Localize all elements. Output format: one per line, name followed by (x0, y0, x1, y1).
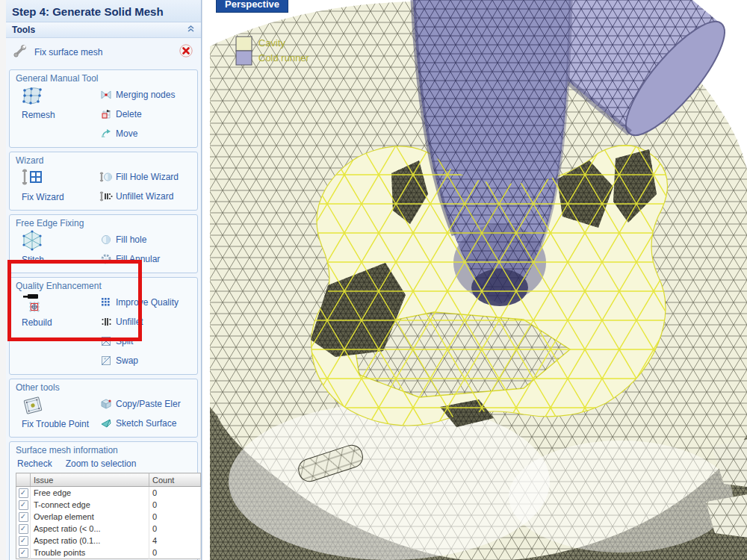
view-mode-banner: Perspective (216, 0, 288, 13)
tools-header-label: Tools (12, 25, 35, 35)
recheck-link[interactable]: Recheck (17, 458, 52, 469)
merging-nodes-icon (99, 89, 113, 101)
delete-button[interactable]: Delete (99, 105, 194, 124)
table-row[interactable]: ✓ Overlap element 0 (16, 511, 201, 523)
table-row[interactable]: ✓ Aspect ratio (< 0... 0 (16, 523, 201, 535)
row-checkbox[interactable]: ✓ (19, 488, 28, 498)
table-row[interactable]: ✓ T-connect edge 0 (16, 499, 201, 511)
highlight-box (7, 260, 142, 341)
fix-trouble-point-icon (22, 394, 44, 420)
fix-surface-mesh-label: Fix surface mesh (34, 47, 179, 57)
step-panel: Step 4: Generate Solid Mesh Tools Fix su… (6, 0, 202, 560)
group-title: Free Edge Fixing (16, 218, 194, 228)
fix-wizard-label: Fix Wizard (22, 192, 99, 202)
fix-wizard-icon (22, 167, 44, 190)
fix-trouble-point-label: Fix Trouble Point (22, 419, 99, 429)
3d-viewport[interactable]: Perspective Cavity Cold runner (202, 0, 747, 560)
copy-paste-element-button[interactable]: Copy/Paste Eler (99, 394, 194, 414)
swap-button[interactable]: Swap (99, 351, 194, 370)
row-checkbox[interactable]: ✓ (19, 500, 28, 510)
wrench-icon (13, 44, 27, 60)
unfillet-wizard-button[interactable]: Unfillet Wizard (99, 187, 194, 206)
mesh-canvas[interactable] (210, 0, 747, 560)
group-general-manual-tool: General Manual Tool Remesh (9, 69, 198, 148)
table-row[interactable]: ✓ Free edge 0 (16, 487, 201, 500)
legend-label-cold-runner: Cold runner (258, 51, 309, 66)
table-row[interactable]: ✓ Trouble points 0 (16, 547, 201, 559)
stitch-icon (22, 230, 43, 254)
collapse-chevron-icon[interactable] (187, 25, 195, 35)
remesh-button[interactable]: Remesh (14, 85, 99, 143)
tools-section-header[interactable]: Tools (6, 22, 201, 38)
move-icon (99, 128, 113, 140)
group-title: General Manual Tool (16, 73, 194, 84)
legend-label-cavity: Cavity (258, 36, 309, 51)
copy-paste-element-icon (99, 398, 113, 410)
row-checkbox[interactable]: ✓ (19, 524, 28, 534)
delete-icon (99, 108, 113, 120)
fill-hole-wizard-icon (99, 171, 113, 183)
unfillet-wizard-icon (99, 190, 113, 202)
cavity-highlight-mesh (311, 146, 668, 426)
remesh-icon (22, 85, 43, 109)
row-checkbox[interactable]: ✓ (19, 548, 28, 558)
view-mode-label: Perspective (225, 0, 279, 10)
group-other-tools: Other tools Fix Trouble Point (9, 379, 198, 438)
cold-runner-swatch (236, 51, 252, 65)
swap-icon (99, 355, 113, 367)
close-icon[interactable] (179, 43, 193, 61)
row-checkbox[interactable]: ✓ (19, 512, 28, 522)
group-wizard: Wizard Fix Wizard (9, 152, 198, 211)
page-title: Step 4: Generate Solid Mesh (6, 0, 201, 22)
fix-wizard-button[interactable]: Fix Wizard (14, 167, 99, 206)
issue-table: Issue Count ✓ Free edge 0 ✓ T-connect ed… (16, 473, 201, 559)
sketch-surface-icon (99, 417, 113, 429)
table-row[interactable]: ✓ Aspect ratio (0.1... 4 (16, 535, 201, 547)
fill-hole-button[interactable]: Fill hole (99, 230, 194, 249)
move-button[interactable]: Move (99, 124, 194, 143)
group-title: Wizard (16, 155, 194, 166)
group-title: Other tools (16, 382, 194, 393)
mesh-legend: Cavity Cold runner (235, 36, 309, 70)
fix-surface-mesh-tool[interactable]: Fix surface mesh (6, 38, 201, 66)
group-surface-mesh-information: Surface mesh information Recheck Zoom to… (9, 441, 198, 560)
issue-column-header: Issue (31, 473, 149, 487)
remesh-label: Remesh (22, 110, 99, 120)
sketch-surface-button[interactable]: Sketch Surface (99, 414, 194, 433)
count-column-header: Count (149, 473, 201, 487)
row-checkbox[interactable]: ✓ (19, 536, 28, 546)
fix-trouble-point-button[interactable]: Fix Trouble Point (14, 394, 99, 433)
zoom-to-selection-link[interactable]: Zoom to selection (66, 458, 137, 469)
merging-nodes-button[interactable]: Merging nodes (99, 85, 194, 105)
surface-info-title: Surface mesh information (16, 445, 194, 455)
fill-hole-wizard-button[interactable]: Fill Hole Wizard (99, 167, 194, 187)
fill-hole-icon (99, 234, 113, 246)
cavity-swatch (236, 37, 252, 51)
